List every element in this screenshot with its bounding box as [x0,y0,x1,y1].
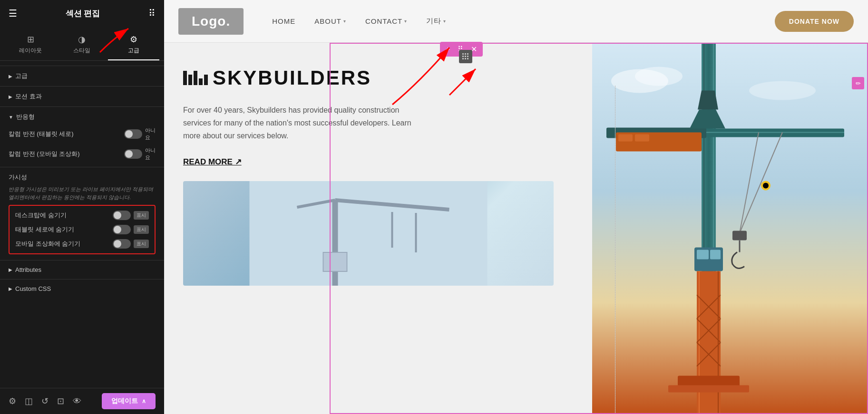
motion-arrow-icon: ▶ [9,94,12,99]
section-visibility: 가시성 반응형 가시성은 미리보기 또는 라이브 페이지에서만 적용되며 엘리멘… [0,167,164,260]
sidebar-header: ☰ 섹션 편집 ⠿ [0,0,164,27]
nav-contact[interactable]: CONTACT ▾ [356,12,417,30]
layout-icon: ⊞ [27,34,34,45]
section-visibility-title: 가시성 [9,173,156,182]
responsive-mobile-toggle[interactable] [124,149,142,159]
grid-dots-icon [461,52,470,61]
section-responsive-label: 반응형 [16,113,35,121]
svg-rect-37 [710,250,721,260]
nav-about-label: ABOUT [314,17,341,25]
visibility-tablet-wrap: 표시 [113,225,149,234]
update-button[interactable]: 업데이트 ∧ [102,393,156,409]
bottom-crane-image [183,181,554,286]
toggle-no-label2: 아니요 [145,147,156,161]
style-icon: ◑ [78,34,86,45]
preview-icon[interactable]: 👁 [73,396,81,406]
section-custom-css: ▶ Custom CSS [0,279,164,298]
responsive-row-tablet: 칼럼 반전 (태블릿 세로) 아니요 [9,127,156,141]
svg-rect-8 [465,58,466,59]
logo: Logo. [178,8,244,35]
svg-rect-31 [732,231,747,241]
column-divider [615,86,615,414]
nav-about[interactable]: ABOUT ▾ [305,12,356,30]
visibility-mobile-wrap: 표시 [113,239,149,249]
section-motion: ▶ 모션 효과 [0,86,164,106]
svg-point-34 [763,183,769,189]
section-custom-css-label: Custom CSS [15,285,51,292]
top-nav: Logo. HOME ABOUT ▾ CONTACT ▾ 기타 ▾ DONATE… [164,0,868,43]
logo-bar-5 [204,75,208,85]
svg-point-20 [749,81,816,100]
tab-advanced[interactable]: ⚙ 고급 [108,30,159,60]
update-label: 업데이트 [111,397,138,405]
tab-style-label: 스타일 [73,47,90,55]
settings-bottom-icon[interactable]: ⚙ [9,396,16,406]
custom-css-arrow-icon: ▶ [9,286,12,291]
visibility-desktop-toggle[interactable] [113,211,131,220]
donate-button[interactable]: DONATE NOW [775,11,854,32]
col-right [592,43,868,414]
svg-rect-4 [462,56,464,57]
visibility-mobile-toggle[interactable] [113,239,131,249]
bottom-icons: ⚙ ◫ ↺ ⊡ 👁 [9,396,81,406]
nav-other[interactable]: 기타 ▾ [417,12,456,30]
grid-apps-icon[interactable]: ⠿ [148,8,156,19]
brand-name: SKYBUILDERS [213,67,371,89]
section-custom-css-title[interactable]: ▶ Custom CSS [9,285,156,292]
nav-links: HOME ABOUT ▾ CONTACT ▾ 기타 ▾ [263,12,775,30]
section-advanced-title[interactable]: ▶ 고급 [9,72,156,80]
svg-rect-3 [467,53,468,55]
svg-point-19 [635,67,683,86]
visibility-tablet-badge: 표시 [134,225,149,234]
tab-layout[interactable]: ⊞ 레이아웃 [5,30,56,60]
tab-layout-label: 레이아웃 [19,47,42,55]
logo-bar-2 [188,75,192,85]
visibility-tablet-row: 태블릿 세로에 숨기기 표시 [15,225,149,234]
visibility-mobile-row: 모바일 조상화에 숨기기 표시 [15,239,149,249]
responsive-mobile-toggle-wrap: 아니요 [124,147,156,161]
history-icon[interactable]: ↺ [41,396,49,406]
edit-pencil-icon[interactable]: ✏ [852,77,864,89]
section-advanced-label: 고급 [15,72,28,80]
section-motion-label: 모션 효과 [15,92,42,101]
crane-illustration-small [183,181,554,286]
read-more-link[interactable]: READ MORE ↗ [183,157,242,167]
svg-rect-16 [323,252,347,271]
visibility-desktop-row: 데스크탑에 숨기기 표시 [15,211,149,220]
responsive-mobile-label: 칼럼 반전 (모바일 조상화) [9,150,80,158]
section-responsive: ▼ 반응형 칼럼 반전 (태블릿 세로) 아니요 칼럼 반전 (모바일 조상화)… [0,106,164,167]
layers-icon[interactable]: ◫ [25,396,33,406]
menu-icon[interactable]: ☰ [9,8,17,19]
svg-rect-6 [467,56,468,57]
nav-other-label: 기타 [426,17,441,26]
responsive-tablet-label: 칼럼 반전 (태블릿 세로) [9,130,74,138]
responsive-tablet-toggle-wrap: 아니요 [124,127,156,141]
logo-bar-3 [194,71,197,85]
visibility-note: 반응형 가시성은 미리보기 또는 라이브 페이지에서만 적용되며 엘리멘터에서 … [9,185,156,201]
section-responsive-title[interactable]: ▼ 반응형 [9,113,156,121]
page-description: For over 40 years, Skybuilders has provi… [183,104,421,143]
visibility-mobile-label: 모바일 조상화에 숨기기 [15,240,80,248]
svg-rect-1 [462,53,464,55]
tab-style[interactable]: ◑ 스타일 [56,30,107,60]
sidebar-tabs: ⊞ 레이아웃 ◑ 스타일 ⚙ 고급 [0,27,164,61]
page-body: SKYBUILDERS For over 40 years, Skybuilde… [164,43,868,414]
responsive-arrow-icon: ▼ [9,115,13,120]
section-motion-title[interactable]: ▶ 모션 효과 [9,92,156,101]
section-attributes-title[interactable]: ▶ Attributes [9,266,156,273]
responsive-bottom-icon[interactable]: ⊡ [57,396,64,406]
svg-rect-40 [635,135,649,142]
toggle-no-label: 아니요 [145,127,156,141]
sidebar-title: 섹션 편집 [17,8,148,19]
main-content: Logo. HOME ABOUT ▾ CONTACT ▾ 기타 ▾ DONATE… [164,0,868,414]
responsive-row-mobile: 칼럼 반전 (모바일 조상화) 아니요 [9,147,156,161]
grid-handle[interactable] [459,50,472,63]
visibility-desktop-label: 데스크탑에 숨기기 [15,211,67,220]
arrow-icon: ▶ [9,74,12,79]
visibility-tablet-toggle[interactable] [113,225,131,234]
responsive-tablet-toggle[interactable] [124,129,142,139]
brand-logo: SKYBUILDERS [183,67,573,89]
section-advanced: ▶ 고급 [0,66,164,86]
section-add-button[interactable]: + [444,44,452,55]
nav-home[interactable]: HOME [263,12,305,30]
